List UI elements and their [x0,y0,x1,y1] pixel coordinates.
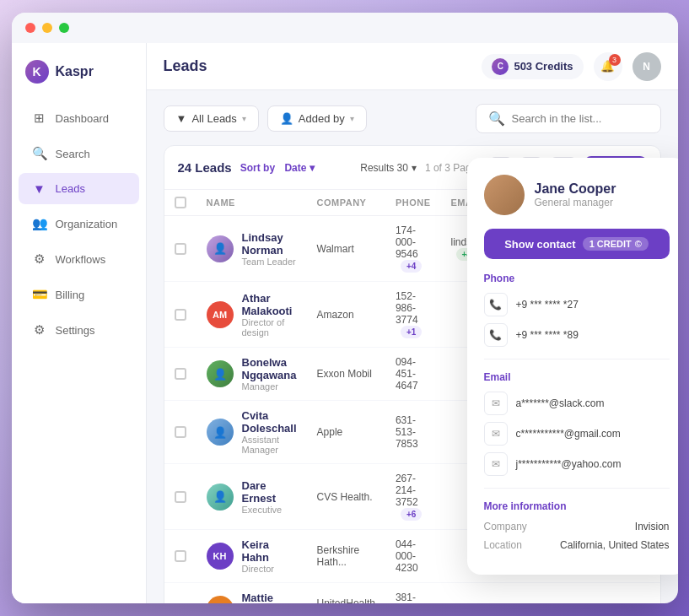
email-icon-3: ✉ [484,452,508,476]
company-cell: CVS Health. [307,464,385,530]
phone-extra-badge: +6 [401,508,422,521]
company-cell: Berkshire Hath... [307,530,385,583]
results-chevron-icon: ▾ [412,162,417,174]
location-key: Location [484,539,522,551]
company-cell: UnitedHealth G... [307,583,385,604]
email-section-label: Email [484,371,670,383]
sidebar: K Kaspr ⊞ Dashboard 🔍 Search ▼ Leads 👥 O… [12,43,147,603]
filter-label: All Leads [191,112,236,125]
sidebar-item-dashboard[interactable]: ⊞ Dashboard [19,102,139,134]
results-dropdown[interactable]: Results 30 ▾ [360,162,417,174]
company-cell: Amazon [307,282,385,348]
search-input[interactable] [512,112,649,125]
added-by-filter[interactable]: 👤 Added by ▾ [267,105,367,132]
all-leads-filter[interactable]: ▼ All Leads ▾ [164,105,259,132]
row-checkbox[interactable] [175,550,186,562]
phone-item-2: 📞 +9 *** **** *89 [484,323,670,347]
org-icon: 👥 [32,216,47,231]
person-cell: 👤 Cvita Doleschall Assistant Manager [207,409,297,455]
settings-icon: ⚙ [32,322,47,338]
results-label: Results 30 [360,162,408,174]
popup-avatar [484,175,525,215]
logo-text: Kaspr [56,64,94,79]
page-title: Leads [164,57,207,75]
email-icon-1: ✉ [484,392,508,415]
sort-button[interactable]: Sort by Date ▾ [240,162,315,174]
popup-role: General manager [535,197,616,208]
show-contact-label: Show contact [504,238,576,251]
person-cell: 👤 Bonelwa Ngqawana Manager [207,356,297,392]
chevron-down-icon: ▾ [242,114,246,123]
company-value: Invision [635,521,670,532]
sidebar-label-settings: Settings [56,324,95,337]
phone-extra-badge: +4 [401,260,422,273]
dashboard-icon: ⊞ [32,111,47,126]
location-value: California, United States [560,539,669,551]
info-row-location: Location California, United States [484,539,670,551]
sidebar-label-dashboard: Dashboard [56,112,110,125]
popup-header: Jane Cooper General manager [484,175,670,215]
sidebar-item-settings[interactable]: ⚙ Settings [19,314,139,346]
email-value-1: a*******@slack.com [516,397,605,409]
close-dot[interactable] [25,23,35,33]
company-cell: Walmart [307,216,385,282]
person-role: Assistant Manager [242,435,297,455]
credit-amount: 1 CREDIT [589,239,632,249]
minimize-dot[interactable] [42,23,52,33]
list-cell: Sales [638,583,660,604]
main-content: Leads C 503 Credits 🔔 3 N [147,43,678,603]
credits-icon: C [492,58,509,75]
app-window: K Kaspr ⊞ Dashboard 🔍 Search ▼ Leads 👥 O… [12,13,678,603]
phone-cell: 044-000-4230 [385,530,441,583]
company-key: Company [484,521,527,532]
row-checkbox[interactable] [175,243,186,255]
top-nav: Leads C 503 Credits 🔔 3 N [147,43,678,90]
row-checkbox[interactable] [175,491,186,503]
info-row-company: Company Invision [484,521,670,532]
more-info-label: More information [484,500,670,512]
notification-button[interactable]: 🔔 3 [594,52,622,81]
person-role: Team Leader [242,257,297,267]
sort-prefix: Sort by [240,162,275,174]
phone-cell: 174-000-9546+4 [385,216,441,282]
row-checkbox[interactable] [175,368,186,380]
search-icon: 🔍 [488,111,505,127]
phone-cell: 094-451-4647 [385,348,441,401]
logo-icon: K [25,60,49,84]
sidebar-label-org: Organization [56,218,118,230]
nav-right: C 503 Credits 🔔 3 N [482,52,660,81]
select-all-checkbox[interactable] [175,197,186,208]
sidebar-label-billing: Billing [56,289,85,301]
email-icon-2: ✉ [484,422,508,446]
table-row[interactable]: MB Mattie Blooman Coordinator UnitedHeal… [164,583,661,604]
sidebar-item-organization[interactable]: 👥 Organization [19,208,139,240]
row-checkbox[interactable] [175,426,186,438]
notification-badge: 3 [609,54,621,66]
email-value-2: c***********@gmail.com [516,428,621,440]
row-checkbox[interactable] [175,309,186,321]
person-name: Lindsay Norman [242,231,297,257]
sidebar-item-search[interactable]: 🔍 Search [19,138,139,170]
show-contact-button[interactable]: Show contact 1 CREDIT © [484,229,670,259]
logo: K Kaspr [12,53,146,100]
added-by-cell [560,583,638,604]
person-role: Director [242,564,297,574]
search-box: 🔍 [476,104,661,133]
popup-person-info: Jane Cooper General manager [535,181,616,208]
person-name: Cvita Doleschall [242,409,297,435]
logo-letter: K [32,65,40,78]
divider-2 [484,488,670,489]
workflows-icon: ⚙ [32,251,47,267]
user-avatar[interactable]: N [632,52,661,81]
person-cell: 👤 Lindsay Norman Team Leader [207,231,297,267]
sidebar-item-workflows[interactable]: ⚙ Workflows [19,243,139,275]
sidebar-item-billing[interactable]: 💳 Billing [19,278,139,311]
maximize-dot[interactable] [59,23,69,33]
app-body: K Kaspr ⊞ Dashboard 🔍 Search ▼ Leads 👥 O… [12,43,678,603]
credit-tag: 1 CREDIT © [583,237,649,251]
phone-item-1: 📞 +9 *** **** *27 [484,293,670,316]
person-name: Dare Ernest [242,479,297,505]
leads-count: 24 Leads [178,160,232,175]
sidebar-item-leads[interactable]: ▼ Leads [19,173,139,204]
credits-badge[interactable]: C 503 Credits [482,54,583,79]
